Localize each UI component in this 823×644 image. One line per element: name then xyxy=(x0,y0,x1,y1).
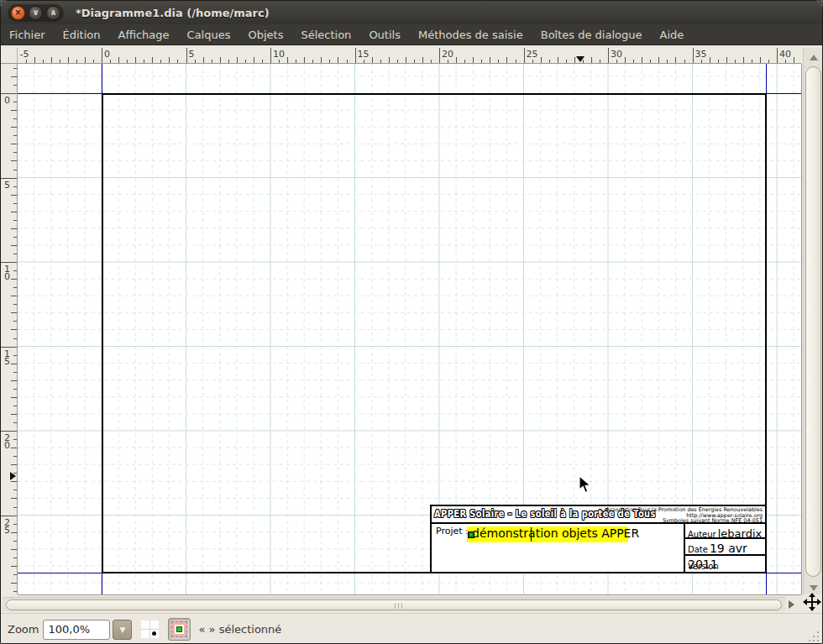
ruler-tick xyxy=(245,60,246,63)
scrollbar-grip-icon xyxy=(395,603,402,609)
menu-item-objets[interactable]: Objets xyxy=(248,29,283,41)
ruler-tick xyxy=(701,60,702,63)
ruler-tick xyxy=(13,355,17,356)
ruler-tick xyxy=(144,60,144,63)
zoom-input[interactable] xyxy=(43,620,110,640)
text-object-handle[interactable]: × xyxy=(468,531,474,538)
close-icon: × xyxy=(14,8,21,17)
ruler-tick xyxy=(279,60,280,63)
ruler-tick xyxy=(127,60,128,63)
ruler-label: 40 xyxy=(779,49,791,60)
ruler-tick xyxy=(710,57,710,63)
menu-item-affichage[interactable]: Affichage xyxy=(118,29,169,41)
menu-item-calques[interactable]: Calques xyxy=(187,29,231,41)
snap-to-grid-toggle[interactable] xyxy=(139,618,161,641)
author-label: Auteur xyxy=(688,530,716,539)
ruler-tick xyxy=(11,329,17,330)
scroll-right-icon[interactable] xyxy=(789,600,794,609)
ruler-label: -5 xyxy=(20,49,29,60)
horizontal-scrollbar-thumb[interactable] xyxy=(6,599,782,610)
ruler-tick xyxy=(13,304,17,305)
move-arrows-icon xyxy=(803,593,821,611)
scroll-down-icon[interactable] xyxy=(810,585,818,591)
ruler-tick xyxy=(13,558,17,558)
title-block-object[interactable]: APPER Solaire – Le soleil à la portée de… xyxy=(430,505,767,573)
author-value: lebardix xyxy=(718,527,763,540)
maximize-button[interactable]: ∧ xyxy=(46,6,60,20)
ruler-corner xyxy=(1,48,18,64)
date-cell: Date19 avr 2011 xyxy=(685,539,765,556)
ruler-tick xyxy=(228,60,229,63)
text-cursor xyxy=(531,527,532,542)
ruler-tick xyxy=(11,160,17,161)
ruler-tick xyxy=(11,448,17,448)
ruler-tick xyxy=(13,85,17,86)
menu-item-methodes-de-saisie[interactable]: Méthodes de saisie xyxy=(418,29,523,41)
ruler-tick xyxy=(768,60,769,63)
menu-item-edition[interactable]: Édition xyxy=(63,29,101,41)
menu-item-fichier[interactable]: Fichier xyxy=(9,29,45,41)
resize-grip[interactable] xyxy=(808,631,820,642)
diagram-canvas[interactable]: APPER Solaire – Le soleil à la portée de… xyxy=(18,64,801,594)
ruler-tick xyxy=(13,439,17,440)
ruler-tick xyxy=(11,583,17,584)
ruler-tick xyxy=(13,321,17,322)
ruler-tick xyxy=(237,57,238,63)
ruler-tick xyxy=(735,60,736,63)
ruler-tick xyxy=(13,135,17,136)
ruler-tick xyxy=(13,68,17,69)
selection-status-text: « » sélectionné xyxy=(198,623,281,636)
drawing-frame-object[interactable] xyxy=(102,93,767,573)
ruler-tick xyxy=(13,152,17,153)
ruler-tick xyxy=(13,220,17,221)
ruler-tick xyxy=(524,48,525,63)
menu-item-outils[interactable]: Outils xyxy=(369,29,401,41)
ruler-tick xyxy=(616,60,617,63)
window-title: *Diagramme1.dia (/home/marc) xyxy=(76,7,270,19)
snap-to-objects-icon xyxy=(171,621,187,637)
zoom-dropdown-button[interactable]: ▼ xyxy=(113,620,132,640)
ruler-tick xyxy=(13,490,17,490)
minimize-button[interactable]: ∨ xyxy=(29,6,43,20)
ruler-tick xyxy=(549,60,550,63)
horizontal-scrollbar[interactable] xyxy=(3,597,785,611)
ruler-tick xyxy=(726,57,727,63)
ruler-label: 1 5 xyxy=(4,350,10,366)
ruler-tick xyxy=(13,170,17,170)
ruler-tick xyxy=(26,60,27,63)
ruler-tick xyxy=(13,389,17,390)
project-name-text[interactable]: démonstration objets APPER xyxy=(467,526,628,542)
work-area: -50510152025303540 051 01 52 02 5 APPER … xyxy=(1,46,822,643)
ruler-label: 35 xyxy=(695,49,707,60)
ruler-tick xyxy=(11,566,17,567)
close-button[interactable]: × xyxy=(11,6,25,20)
ruler-tick xyxy=(312,60,313,63)
ruler-tick xyxy=(110,60,111,63)
project-label: Projet : xyxy=(436,526,469,537)
scroll-up-icon[interactable] xyxy=(810,55,818,60)
ruler-tick xyxy=(13,406,17,406)
ruler-tick xyxy=(11,532,17,533)
ruler-tick xyxy=(135,57,136,63)
ruler-tick xyxy=(650,60,651,63)
ruler-tick xyxy=(473,57,474,63)
snap-to-objects-toggle[interactable] xyxy=(168,618,191,641)
ruler-tick xyxy=(372,57,373,63)
titlebar[interactable]: × ∨ ∧ *Diagramme1.dia (/home/marc) xyxy=(1,1,822,24)
menu-item-boites-de-dialogue[interactable]: Boîtes de dialogue xyxy=(541,29,642,41)
ruler-label: 2 5 xyxy=(4,519,10,535)
ruler-tick xyxy=(13,524,17,525)
pan-button[interactable] xyxy=(802,592,822,612)
menu-item-aide[interactable]: Aide xyxy=(660,29,684,41)
ruler-tick xyxy=(743,57,744,63)
ruler-tick xyxy=(13,186,17,187)
ruler-label: 0 xyxy=(4,97,10,104)
vertical-scrollbar-thumb[interactable] xyxy=(805,66,821,577)
ruler-tick xyxy=(397,60,398,63)
ruler-tick xyxy=(558,57,558,63)
ruler-tick xyxy=(566,60,567,63)
menu-item-selection[interactable]: Sélection xyxy=(301,29,351,41)
ruler-tick xyxy=(600,60,600,63)
vertical-ruler: 051 01 52 02 5 xyxy=(1,64,18,594)
vertical-scrollbar[interactable] xyxy=(803,48,823,594)
